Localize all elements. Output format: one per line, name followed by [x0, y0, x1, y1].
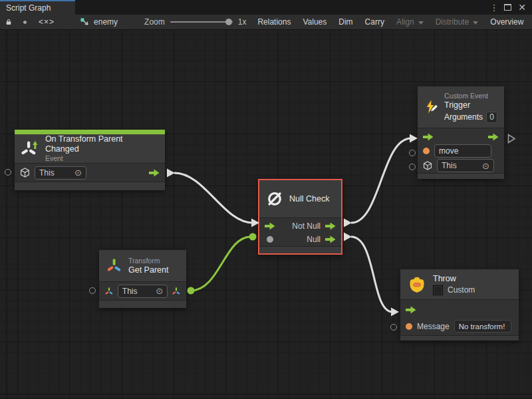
flow-output-port[interactable] [488, 133, 499, 141]
message-field[interactable]: No transform! [454, 320, 511, 332]
node-throw[interactable]: Throw Custom Message No transform! [400, 269, 519, 340]
node-header: On Transform Parent Changed Event [15, 134, 165, 163]
custom-event-target-input-port[interactable] [409, 164, 416, 170]
fullscreen-button[interactable]: Full Screen [529, 15, 532, 29]
node-title: On Transform Parent Changed [45, 134, 158, 154]
tab-script-graph[interactable]: Script Graph [0, 0, 75, 15]
node-header: Custom Event Trigger Arguments 0 [418, 86, 504, 128]
throw-message-input-port[interactable] [390, 324, 397, 331]
target-picker-icon[interactable]: ⊙ [74, 168, 82, 177]
node-footer [15, 182, 165, 190]
chevron-down-icon [473, 21, 478, 25]
node-header: Throw Custom [400, 269, 519, 299]
node-title: Get Parent [128, 265, 168, 275]
values-button[interactable]: Values [297, 15, 332, 29]
this-field[interactable]: This ⊙ [437, 159, 494, 172]
zoom-value: 1x [238, 17, 247, 27]
info-button[interactable] [17, 15, 33, 29]
event-name-row: move [418, 144, 504, 158]
arguments-count-field[interactable]: 0 [486, 112, 497, 123]
code-preview-button[interactable]: <×> [33, 15, 61, 29]
graph-name-label: enemy [94, 17, 118, 27]
dim-button[interactable]: Dim [332, 15, 358, 29]
node-body: Not Null Null [259, 217, 341, 246]
target-row: This ⊙ [418, 158, 504, 173]
node-body: This ⊙ [99, 281, 186, 300]
node-body: move This ⊙ [418, 128, 504, 173]
not-null-label: Not Null [292, 221, 321, 231]
event-name-field[interactable]: move [434, 144, 491, 158]
this-field[interactable]: This ⊙ [118, 285, 168, 298]
node-title: Null Check [289, 194, 329, 204]
flow-output-port[interactable] [149, 169, 160, 177]
null-check-icon [266, 190, 283, 207]
node-header: Transform Get Parent [99, 250, 186, 281]
get-parent-target-input-port[interactable] [89, 287, 96, 294]
transform-output-port[interactable] [172, 287, 181, 296]
chevron-down-icon [418, 21, 424, 25]
flow-row [400, 300, 519, 317]
custom-event-icon [424, 97, 438, 117]
gameobject-cube-icon [423, 161, 432, 170]
message-row: Message No transform! [400, 317, 519, 335]
node-get-parent[interactable]: Transform Get Parent This ⊙ [99, 250, 186, 308]
flow-row [418, 128, 504, 144]
node-footer [259, 246, 341, 253]
carry-button[interactable]: Carry [359, 15, 390, 29]
node-category: Custom Event [444, 92, 497, 100]
zoom-slider-handle[interactable] [225, 19, 232, 25]
node-header: Null Check [259, 180, 341, 217]
zoom-control: Zoom 1x [139, 15, 251, 29]
info-icon [23, 18, 27, 27]
close-icon[interactable]: ✕ [515, 0, 529, 15]
node-footer [418, 173, 504, 179]
transform-port-icon[interactable] [104, 287, 114, 296]
node-footer [99, 300, 186, 308]
null-output-port[interactable] [325, 235, 336, 243]
flow-input-port[interactable] [265, 222, 275, 230]
gameobject-cube-icon [20, 168, 30, 178]
zoom-slider[interactable] [170, 21, 233, 23]
message-label: Message [417, 322, 450, 331]
node-title: Trigger [444, 100, 497, 110]
align-dropdown[interactable]: Align [390, 15, 430, 29]
value-input-port[interactable] [267, 236, 273, 243]
window-controls: ⋮ ✕ [488, 0, 529, 15]
flow-input-port[interactable] [423, 133, 434, 141]
code-icon: <×> [39, 17, 55, 27]
lock-button[interactable] [0, 15, 17, 29]
tab-strip: Script Graph ⋮ ✕ [0, 0, 532, 15]
transform-icon [106, 257, 122, 275]
target-picker-icon[interactable]: ⊙ [156, 287, 163, 295]
null-row: Null [259, 232, 341, 246]
overview-button[interactable]: Overview [484, 15, 529, 29]
string-input-port[interactable] [423, 148, 430, 154]
maximize-icon[interactable] [500, 0, 515, 15]
unconnected-flow-port-triangle[interactable] [507, 134, 516, 144]
graph-icon [80, 18, 90, 27]
custom-checkbox[interactable] [433, 285, 443, 295]
node-category: Transform [128, 257, 168, 265]
event-accent-bar [15, 130, 165, 134]
flow-input-port[interactable] [406, 306, 416, 314]
kebab-menu-icon[interactable]: ⋮ [488, 0, 500, 15]
not-null-output-port[interactable] [325, 222, 336, 230]
graph-name-breadcrumb[interactable]: enemy [74, 15, 124, 29]
relations-button[interactable]: Relations [251, 15, 297, 29]
node-body: This ⊙ [15, 163, 165, 182]
node-footer [400, 335, 519, 340]
unity-visual-scripting-window: Script Graph ⋮ ✕ <×> [0, 0, 532, 399]
event-target-input-port[interactable] [5, 169, 11, 176]
target-picker-icon[interactable]: ⊙ [482, 162, 489, 170]
node-subtitle: Event [45, 154, 158, 163]
node-on-transform-parent-changed[interactable]: On Transform Parent Changed Event This ⊙ [15, 130, 165, 190]
target-row: This ⊙ [15, 164, 165, 182]
not-null-row: Not Null [259, 218, 341, 232]
null-label: Null [307, 235, 321, 244]
this-field[interactable]: This ⊙ [35, 166, 86, 180]
custom-event-name-input-port[interactable] [409, 150, 416, 156]
distribute-dropdown[interactable]: Distribute [430, 15, 485, 29]
node-trigger-custom-event[interactable]: Custom Event Trigger Arguments 0 [418, 86, 504, 179]
string-input-port[interactable] [406, 323, 412, 330]
node-null-check[interactable]: Null Check Not Null Null [258, 179, 342, 255]
